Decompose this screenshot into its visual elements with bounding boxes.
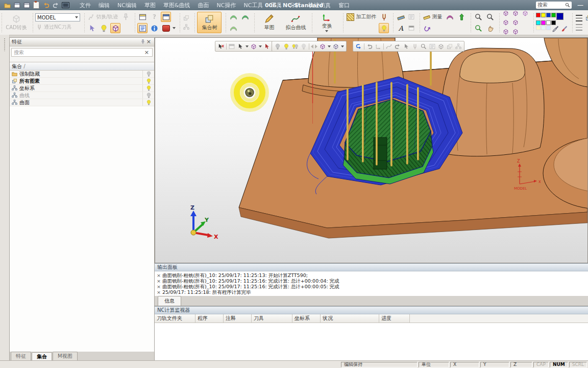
undo-icon[interactable] — [42, 2, 50, 9]
nc-monitor-table-body[interactable] — [155, 323, 588, 361]
prev-icon[interactable] — [311, 44, 313, 49]
color-pale-cyan[interactable] — [541, 26, 546, 30]
view-cube-top-icon[interactable] — [511, 9, 520, 17]
menu-sketch[interactable]: 草图 — [144, 2, 156, 9]
bulb-on-icon[interactable] — [283, 43, 290, 50]
help-button[interactable]: ? — [149, 12, 159, 22]
color-green[interactable] — [551, 13, 556, 17]
visibility-bulb-on-icon[interactable] — [142, 85, 154, 91]
viewport-canvas[interactable]: Z x MODEL Z — [155, 37, 588, 263]
view-cube-front-icon[interactable] — [502, 18, 510, 27]
sim-axes-icon[interactable] — [375, 43, 382, 50]
normal-arrow-icon[interactable] — [456, 12, 467, 22]
menu-sketch-curves[interactable]: 草图&曲线 — [163, 2, 190, 9]
menu-file[interactable]: 文件 — [80, 2, 91, 9]
sim-compare-icon[interactable] — [446, 43, 453, 50]
color-pale-yellow[interactable] — [536, 26, 541, 30]
sketch-button[interactable]: 草图 — [257, 12, 281, 33]
sheet-surface-icon[interactable] — [228, 23, 238, 33]
bulb-settings-icon[interactable] — [291, 43, 299, 50]
note-icon[interactable] — [407, 13, 415, 21]
color-magenta[interactable] — [541, 20, 546, 25]
window-layout-icon[interactable] — [13, 2, 21, 9]
menu-nc-operation[interactable]: NC操作 — [217, 2, 236, 9]
table-window-icon[interactable] — [137, 12, 148, 22]
pin-icon[interactable] — [140, 39, 145, 44]
col-coordinate-system[interactable]: 坐标系 — [292, 314, 321, 323]
sim-gauge-icon[interactable] — [420, 43, 427, 50]
output-panel-header[interactable]: 输出面板 — [155, 263, 588, 271]
tree-row-all-entities[interactable]: 所有图素 — [10, 78, 154, 85]
rainbow-surface-icon[interactable] — [445, 12, 455, 22]
chevron-down-icon[interactable] — [325, 30, 328, 32]
close-icon[interactable]: × — [145, 39, 152, 44]
visibility-bulb-off-icon[interactable] — [142, 92, 154, 99]
bulb-cursor-icon[interactable] — [87, 23, 97, 33]
stack-icon[interactable] — [182, 14, 190, 22]
cutter-bulb-button[interactable] — [379, 23, 389, 33]
pin-tool-icon[interactable] — [120, 12, 131, 22]
menu-window[interactable]: 窗口 — [338, 2, 350, 9]
nc-monitor-header[interactable]: NC计算监视器 — [155, 306, 588, 314]
col-status[interactable]: 状况 — [321, 314, 379, 323]
view-cube-iso-icon[interactable] — [502, 9, 510, 17]
view-cube-back-icon[interactable] — [511, 28, 520, 36]
color-cyan[interactable] — [536, 20, 541, 25]
color-red[interactable] — [536, 13, 541, 17]
view-cube-icon[interactable] — [319, 43, 326, 50]
select-dropdown-icon[interactable] — [237, 43, 244, 50]
visibility-bulb-on-icon[interactable] — [142, 99, 154, 106]
style-table-icon[interactable] — [584, 14, 588, 22]
cutter-u-icon[interactable] — [379, 12, 389, 22]
fit-curve-button[interactable]: 拟合曲线 — [283, 12, 308, 33]
datum-plane-icon[interactable] — [228, 12, 238, 22]
sim-stock-icon[interactable] — [437, 43, 445, 50]
sim-step-back-icon[interactable] — [394, 43, 401, 50]
sim-tool-icon[interactable] — [411, 43, 419, 50]
dimension-icon[interactable] — [396, 12, 406, 22]
bulb-dim-icon[interactable] — [300, 43, 307, 50]
line-weight-icon[interactable] — [575, 14, 583, 22]
sim-report-icon[interactable] — [429, 43, 436, 50]
list-panel-button[interactable] — [137, 23, 148, 33]
drag-grip[interactable] — [4, 38, 6, 51]
model-selector[interactable]: MODEL — [35, 13, 80, 21]
tab-mview[interactable]: M视图 — [53, 352, 78, 360]
set-tree-button[interactable]: 集合树 — [197, 12, 222, 33]
select-cancel-icon[interactable]: × — [217, 43, 225, 50]
pan-hand-icon[interactable] — [485, 23, 495, 33]
text-tool-button[interactable]: A — [396, 23, 406, 33]
color-yellow[interactable] — [541, 13, 546, 17]
col-toolpath-folder[interactable]: 刀轨文件夹 — [155, 314, 195, 323]
color-white[interactable] — [546, 20, 551, 25]
sim-settings-icon[interactable] — [455, 43, 462, 50]
deselect-all-icon[interactable] — [263, 43, 271, 50]
bulb-off-icon[interactable] — [274, 43, 281, 50]
view-cube-left-icon[interactable] — [502, 28, 510, 36]
tree-row-force-hidden[interactable]: 强制隐藏 — [10, 71, 154, 78]
info-icon[interactable] — [149, 23, 159, 33]
zoom-box-icon[interactable] — [473, 12, 483, 22]
tree-row-surfaces[interactable]: 曲面 — [10, 99, 154, 106]
tree-row-curves[interactable]: 曲线 — [10, 92, 154, 99]
redo-icon[interactable] — [52, 2, 60, 9]
tree-row-coordinate-systems[interactable]: 坐标系 — [10, 85, 154, 92]
sim-path-icon[interactable] — [385, 43, 393, 50]
menu-nc-tools[interactable]: NC工具 — [243, 2, 263, 9]
visibility-bulb-off-icon[interactable] — [142, 71, 154, 77]
menu-surface[interactable]: 曲面 — [198, 2, 209, 9]
view-cube-shaded-icon[interactable] — [521, 9, 529, 17]
window-layout2-icon[interactable] — [22, 2, 31, 9]
box-select-icon[interactable] — [228, 43, 235, 50]
color-pale-blue[interactable] — [546, 26, 551, 30]
col-tool[interactable]: 刀具 — [252, 314, 292, 323]
zoom-fit-icon[interactable] — [473, 23, 483, 33]
search-input[interactable]: 搜索 — [536, 2, 572, 9]
tab-info[interactable]: 信息 — [158, 296, 181, 306]
menu-nc-edit[interactable]: NC编辑 — [117, 2, 137, 9]
brush-icon[interactable] — [560, 26, 568, 33]
sim-play-icon[interactable] — [403, 43, 410, 50]
pick-filter-icon[interactable] — [250, 43, 257, 50]
eyedropper-icon[interactable] — [551, 26, 559, 33]
chevron-down-icon[interactable] — [173, 27, 176, 29]
